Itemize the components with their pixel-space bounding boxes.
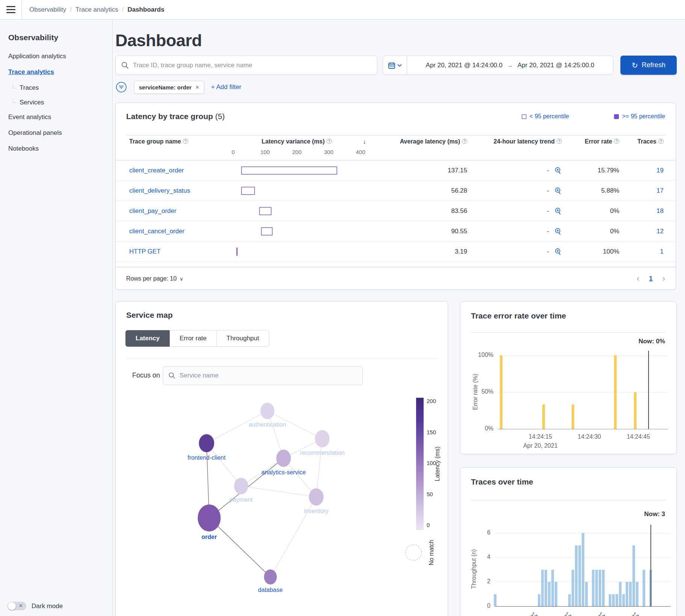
refresh-button[interactable]: ↻ Refresh [620, 56, 677, 75]
bar [572, 405, 574, 429]
bar [629, 582, 632, 606]
help-icon: ? [557, 139, 562, 144]
service-node-inventory[interactable] [309, 488, 323, 506]
sidebar-item-traces[interactable]: Traces [8, 84, 104, 92]
service-node-order[interactable] [198, 504, 220, 531]
tab-error-rate[interactable]: Error rate [170, 330, 217, 347]
plot-area[interactable] [495, 528, 671, 606]
service-node-authentication[interactable] [260, 403, 274, 419]
breadcrumb-item-dashboards: Dashboards [127, 6, 164, 14]
variance-cell [233, 248, 361, 256]
y-axis-label: Throughput (n) [471, 531, 477, 607]
x-tick-label: 14:24:30 [567, 433, 612, 440]
service-node-payment[interactable] [234, 478, 248, 494]
trace-group-link[interactable]: HTTP GET [129, 248, 161, 255]
help-icon: ? [614, 139, 619, 144]
chevron-down-icon [397, 64, 402, 67]
service-node-database[interactable] [264, 569, 277, 584]
bar [614, 355, 617, 429]
map-edge-order-database [209, 518, 270, 577]
filter-chip[interactable]: serviceName: order ✕ [134, 81, 204, 94]
rows-per-page-button[interactable]: Rows per page: 10∨ [126, 275, 183, 282]
column-header-trace-group-name[interactable]: Trace group name? [129, 138, 188, 145]
search-icon [121, 61, 129, 69]
latency-scale-tick: 200 [427, 398, 436, 404]
tab-latency[interactable]: Latency [125, 330, 170, 347]
trend-value: - [547, 167, 549, 174]
table-row: HTTP GET3.19-100%1 [116, 242, 676, 262]
magnify-icon[interactable] [554, 248, 562, 255]
traces-link[interactable]: 12 [656, 228, 664, 235]
service-node-label-recommendation: recommendation [300, 450, 344, 456]
x-tick-label: 14:24:20 [563, 611, 586, 616]
bar [595, 570, 598, 607]
previous-page-button[interactable]: ‹ [637, 274, 639, 284]
dark-mode-toggle[interactable]: ✕ Dark mode [8, 602, 63, 610]
sidebar-item-trace-analytics[interactable]: Trace analytics [8, 68, 104, 76]
sidebar-item-event-analytics[interactable]: Event analytics [8, 113, 104, 121]
now-value-label: Now: 0% [638, 338, 665, 345]
legend-lt-95[interactable]: < 95 percentile [522, 113, 569, 120]
column-header-average-latency[interactable]: Average latency (ms)? [400, 138, 467, 145]
trace-search-input[interactable] [133, 62, 372, 69]
variance-box [259, 207, 271, 215]
sidebar-item-notebooks[interactable]: Notebooks [8, 145, 104, 152]
calendar-menu-button[interactable] [383, 56, 407, 74]
menu-icon[interactable] [0, 0, 22, 19]
traces-link[interactable]: 19 [656, 167, 664, 174]
breadcrumb-item-trace-analytics[interactable]: Trace analytics [75, 6, 118, 14]
sidebar-item-operational-panels[interactable]: Operational panels [8, 129, 104, 137]
filter-icon[interactable] [115, 81, 127, 93]
page-number[interactable]: 1 [649, 275, 652, 282]
trace-group-link[interactable]: client_cancel_order [129, 228, 184, 235]
breadcrumb-item-observability[interactable]: Observability [29, 6, 66, 14]
end-date-button[interactable]: Apr 20, 2021 @ 14:25:00.0 [518, 62, 594, 69]
service-node-analytics-service[interactable] [276, 450, 291, 467]
magnify-icon[interactable] [554, 187, 562, 195]
service-node-label-authentication: authentication [249, 421, 286, 428]
calendar-icon [388, 62, 395, 69]
remove-filter-icon[interactable]: ✕ [195, 85, 199, 90]
bar [619, 582, 622, 606]
bar [572, 570, 574, 607]
magnify-icon[interactable] [554, 207, 562, 215]
next-page-button[interactable]: › [662, 274, 665, 284]
add-filter-button[interactable]: + Add filter [211, 83, 241, 91]
divider [126, 135, 665, 136]
legend-gte-95[interactable]: >= 95 percentile [614, 113, 665, 120]
scale-tick: 200 [292, 149, 302, 155]
column-header-latency-trend[interactable]: 24-hour latency trend? [493, 138, 562, 145]
trace-group-link[interactable]: client_create_order [129, 167, 184, 174]
divider [126, 358, 437, 358]
avg-latency-value: 3.19 [455, 248, 467, 255]
sort-desc-icon[interactable]: ↓ [363, 138, 366, 146]
traces-link[interactable]: 17 [656, 187, 664, 195]
divider [471, 332, 666, 333]
tab-throughput[interactable]: Throughput [217, 330, 269, 347]
column-header-traces[interactable]: Traces? [637, 138, 664, 145]
y-tick-label: 0 [468, 602, 490, 609]
refresh-icon: ↻ [632, 62, 638, 69]
service-node-frontend-client[interactable] [199, 434, 214, 452]
magnify-icon[interactable] [554, 167, 562, 174]
date-range: Apr 20, 2021 @ 14:24:00.0 → Apr 20, 2021… [407, 62, 613, 69]
magnify-icon[interactable] [554, 228, 562, 235]
service-node-recommendation[interactable] [315, 430, 329, 447]
plot-area[interactable] [498, 348, 668, 429]
filter-bar: serviceName: order ✕ + Add filter [115, 80, 241, 94]
sidebar-item-services[interactable]: Services [8, 99, 104, 106]
dark-mode-switch[interactable]: ✕ [8, 602, 26, 610]
sidebar-item-application-analytics[interactable]: Application analytics [8, 53, 104, 60]
bar [622, 594, 625, 607]
column-header-error-rate[interactable]: Error rate? [585, 138, 619, 145]
start-date-button[interactable]: Apr 20, 2021 @ 14:24:00.0 [426, 62, 502, 69]
traces-link[interactable]: 1 [660, 248, 664, 255]
column-header-latency-variance[interactable]: Latency variance (ms)? [261, 138, 332, 145]
trace-group-link[interactable]: client_delivery_status [129, 187, 190, 195]
focus-service-input[interactable] [180, 372, 357, 379]
trace-group-link[interactable]: client_pay_order [129, 207, 177, 215]
scale-tick: 100 [260, 149, 270, 155]
now-marker-line [648, 351, 649, 429]
traces-link[interactable]: 18 [656, 207, 664, 215]
service-node-label-inventory: inventory [304, 508, 329, 514]
